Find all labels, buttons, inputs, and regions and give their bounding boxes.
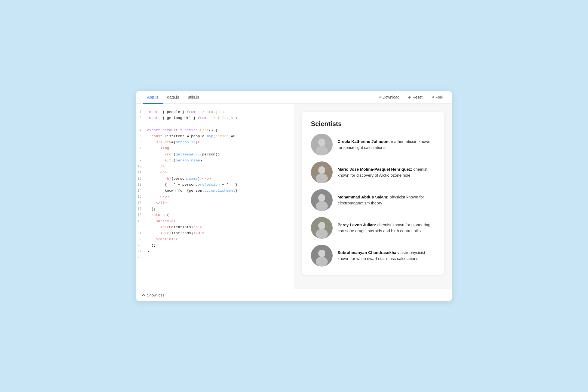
svg-point-4 [318,166,325,174]
scientist-description: Mario José Molina-Pasquel Henríquez: che… [338,166,435,179]
code-line: 21 <ul>{listItems}</ul> [136,230,294,236]
line-number: 18 [136,212,147,218]
line-number: 11 [136,170,147,175]
code-line: 13 {' ' + person.profession + ' '} [136,182,294,188]
code-panel: 1import { people } from './data.js';2imp… [136,104,294,289]
reset-button[interactable]: ⊙ Reset [406,93,425,101]
line-content: <h1>Scientists</h1> [147,224,290,230]
code-line: 7 <img [136,145,294,151]
code-line: 11 <p> [136,170,294,176]
line-content: /> [147,164,290,170]
main-container: App.js data.js utils.js ∨ Download ⊙ Res… [136,91,452,301]
line-content: src={getImageUrl(person)} [147,152,290,158]
svg-point-14 [316,257,328,267]
avatar [311,217,333,239]
tab-app-js[interactable]: App.js [143,91,163,104]
tab-data-js[interactable]: data.js [163,91,183,104]
code-line: 2import { getImageUrl } from './utils.js… [136,115,294,121]
svg-point-5 [316,173,328,183]
line-number: 3 [136,121,147,127]
content-area: 1import { people } from './data.js';2imp… [136,104,452,289]
line-number: 8 [136,152,147,157]
line-content: export default function List() { [147,127,290,133]
scientist-item: Percy Lavon Julian: chemist known for pi… [311,217,435,239]
code-line: 1import { people } from './data.js'; [136,109,294,115]
line-number: 21 [136,230,147,236]
line-number: 9 [136,158,147,163]
svg-point-2 [316,146,328,155]
line-number: 23 [136,243,147,248]
line-content: import { people } from './data.js'; [147,109,290,115]
tab-utils-js[interactable]: utils.js [183,91,204,104]
scientist-description: Mohammad Abdus Salam: physicist known fo… [338,194,435,206]
download-button[interactable]: ∨ Download [377,93,402,101]
line-number: 19 [136,218,147,224]
line-number: 4 [136,127,147,133]
line-content: {' ' + person.profession + ' '} [147,182,290,188]
scientist-item: Mario José Molina-Pasquel Henríquez: che… [311,161,435,183]
code-line: 4export default function List() { [136,127,294,133]
scientist-item: Subrahmanyan Chandrasekhar: astrophysici… [311,245,435,267]
toolbar-actions: ∨ Download ⊙ Reset ↗ Fork [377,93,445,101]
code-line: 20 <h1>Scientists</h1> [136,224,294,230]
svg-point-8 [316,201,328,211]
scientists-title: Scientists [311,120,435,128]
code-line: 18 return ( [136,212,294,218]
line-number: 17 [136,206,147,212]
scientists-list: Creola Katherine Johnson: mathematician … [311,134,435,267]
line-number: 22 [136,236,147,242]
code-line: 8 src={getImageUrl(person)} [136,152,294,158]
svg-point-1 [318,139,325,146]
code-line: 19 <article> [136,218,294,224]
line-content: ); [147,243,290,249]
line-number: 1 [136,109,147,115]
tabs-bar: App.js data.js utils.js ∨ Download ⊙ Res… [136,91,452,104]
avatar [311,189,333,211]
line-number: 10 [136,164,147,169]
line-content: <b>{person.name}:</b> [147,176,290,182]
svg-point-10 [318,222,325,229]
line-content: alt={person.name} [147,158,290,164]
line-content: </article> [147,236,290,242]
line-number: 20 [136,224,147,230]
line-number: 24 [136,249,147,254]
avatar [311,245,333,267]
line-content: <p> [147,170,290,176]
preview-panel: Scientists Creola Katherine Johnson: mat… [294,104,452,289]
avatar [311,161,333,183]
code-line: 10 /> [136,164,294,170]
line-number: 16 [136,200,147,206]
line-number: 5 [136,133,147,139]
line-number: 12 [136,176,147,182]
line-content: <ul>{listItems}</ul> [147,230,290,236]
code-line: 25 [136,255,294,261]
code-line: 15 </p> [136,194,294,200]
scientists-card: Scientists Creola Katherine Johnson: mat… [302,112,444,275]
show-less-label: Show less [147,293,164,297]
avatar [311,134,333,155]
code-line: 22 </article> [136,236,294,242]
svg-point-7 [318,194,325,202]
chevron-up-icon [142,294,145,297]
code-line: 6 <li key={person.id}> [136,139,294,145]
svg-point-13 [318,250,325,257]
fork-button[interactable]: ↗ Fork [429,93,445,101]
scientist-description: Percy Lavon Julian: chemist known for pi… [338,222,435,234]
code-line: 16 </li> [136,200,294,206]
code-line: 9 alt={person.name} [136,158,294,164]
line-content: ); [147,206,290,212]
line-content: <img [147,145,290,151]
line-content: } [147,249,290,255]
line-content: </li> [147,200,290,206]
code-line: 5 const listItems = people.map(person => [136,133,294,139]
line-content: return ( [147,212,290,218]
line-content: known for {person.accomplishment} [147,188,290,194]
scientist-description: Subrahmanyan Chandrasekhar: astrophysici… [338,250,435,262]
line-content: import { getImageUrl } from './utils.js'… [147,115,290,121]
line-number: 15 [136,194,147,200]
bottom-bar[interactable]: Show less [136,289,452,301]
reset-icon: ⊙ [408,95,411,99]
code-line: 3 [136,121,294,127]
code-line: 14 known for {person.accomplishment} [136,188,294,194]
fork-icon: ↗ [431,95,434,99]
